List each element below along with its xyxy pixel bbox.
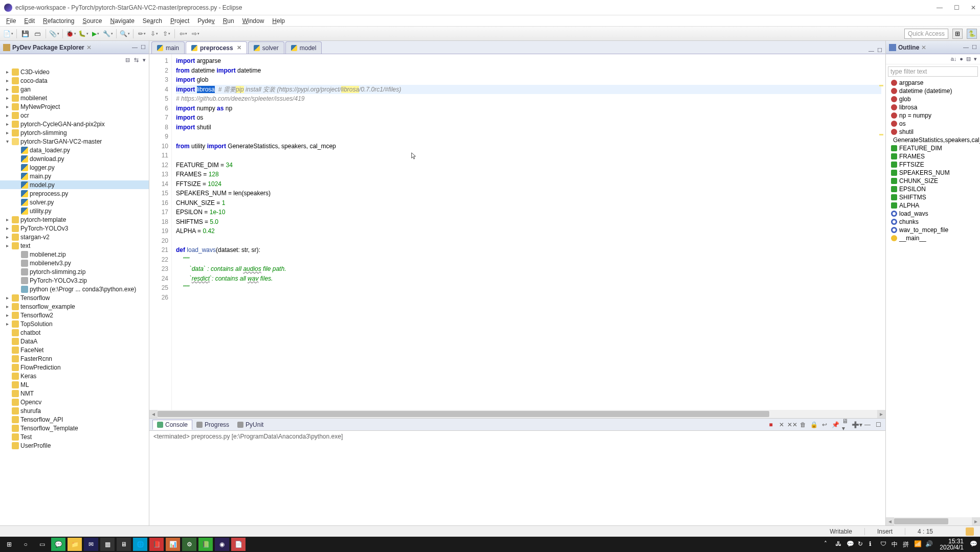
outline-item[interactable]: __main__: [886, 234, 980, 242]
tree-item[interactable]: data_loader.py: [0, 146, 149, 154]
outline-item[interactable]: FRAMES: [886, 152, 980, 160]
remove-launch-icon[interactable]: ✕: [777, 421, 786, 429]
outline-item[interactable]: FFTSIZE: [886, 160, 980, 169]
tree-twisty-icon[interactable]: ▾: [4, 139, 10, 144]
close-button[interactable]: ✕: [971, 4, 976, 11]
tree-twisty-icon[interactable]: ▸: [4, 304, 10, 309]
tree-item[interactable]: ▸PyTorch-YOLOv3: [0, 224, 149, 233]
menu-pydev[interactable]: Pydev: [193, 16, 218, 26]
scroll-right-icon[interactable]: ▸: [972, 517, 980, 525]
start-button[interactable]: ⊞: [2, 538, 16, 551]
tray-volume-icon[interactable]: 🔊: [925, 540, 933, 548]
link-editor-icon[interactable]: ⇆: [134, 57, 139, 63]
tree-twisty-icon[interactable]: ▸: [4, 312, 10, 318]
tree-twisty-icon[interactable]: ▸: [4, 217, 10, 222]
outline-item[interactable]: os: [886, 120, 980, 128]
code-line[interactable]: import shutil: [176, 123, 881, 132]
tree-item[interactable]: solver.py: [0, 198, 149, 206]
console-output[interactable]: <terminated> preprocess.py [e:\ProgramDa…: [149, 431, 885, 525]
tree-item[interactable]: ▸TopSolution: [0, 319, 149, 328]
scroll-right-icon[interactable]: ▸: [877, 410, 885, 418]
new-button[interactable]: 📄: [3, 29, 13, 39]
open-console-icon[interactable]: ➕▾: [853, 421, 861, 429]
editor-tab[interactable]: preprocess✕: [186, 41, 247, 54]
tree-twisty-icon[interactable]: ▸: [4, 234, 10, 240]
tree-twisty-icon[interactable]: ▸: [4, 86, 10, 92]
view-menu-icon[interactable]: ▾: [143, 57, 146, 63]
outline-item[interactable]: librosa: [886, 103, 980, 111]
remove-all-icon[interactable]: ✕✕: [788, 421, 796, 429]
back-button[interactable]: ⇦: [178, 29, 188, 39]
console-tab[interactable]: PyUnit: [233, 420, 268, 430]
maximize-view-icon[interactable]: ☐: [141, 44, 146, 51]
taskbar-app[interactable]: ⚙: [182, 538, 196, 551]
collapse-all-icon[interactable]: ⊟: [125, 57, 130, 63]
tree-twisty-icon[interactable]: ▸: [4, 121, 10, 127]
menu-window[interactable]: Window: [238, 16, 269, 26]
taskview-icon[interactable]: ▭: [35, 538, 49, 551]
scroll-left-icon[interactable]: ◂: [886, 517, 894, 525]
tray-sync-icon[interactable]: ↻: [858, 540, 866, 548]
tree-item[interactable]: mobilenet.zip: [0, 250, 149, 259]
tree-item[interactable]: python (e:\Progr ... conda3\python.exe): [0, 285, 149, 293]
tree-item[interactable]: ▸Tensorflow2: [0, 311, 149, 319]
outline-item[interactable]: chunks: [886, 218, 980, 226]
open-perspective-button[interactable]: ⊞: [952, 29, 963, 39]
outline-list[interactable]: argparsedatetime (datetime)globlibrosanp…: [886, 79, 980, 517]
tree-item[interactable]: logger.py: [0, 163, 149, 172]
prev-annotation-button[interactable]: ⇧: [161, 29, 171, 39]
editor-minimize-icon[interactable]: —: [868, 48, 874, 54]
menu-project[interactable]: Project: [166, 16, 193, 26]
tree-item[interactable]: ▸ocr: [0, 111, 149, 120]
tree-item[interactable]: download.py: [0, 154, 149, 163]
terminate-icon[interactable]: ■: [767, 421, 775, 429]
package-tree[interactable]: ▸C3D-video▸coco-data▸gan▸mobilenet▸MyNew…: [0, 65, 149, 525]
tree-item[interactable]: Tensorflow_API: [0, 415, 149, 424]
code-line[interactable]: FRAMES = 128: [176, 170, 881, 179]
tree-item[interactable]: Test: [0, 432, 149, 441]
quick-access-input[interactable]: Quick Access: [904, 29, 948, 39]
taskbar-app[interactable]: ✉: [84, 538, 98, 551]
outline-min-icon[interactable]: —: [963, 44, 969, 51]
taskbar-app[interactable]: ▦: [100, 538, 115, 551]
code-line[interactable]: `resdict`: contains all wav files.: [176, 274, 881, 284]
pydev-perspective-button[interactable]: 🐍: [967, 29, 977, 39]
tree-item[interactable]: ▸pytorch-CycleGAN-and-pix2pix: [0, 120, 149, 128]
taskbar-app[interactable]: 📄: [231, 538, 246, 551]
tree-twisty-icon[interactable]: ▸: [4, 112, 10, 118]
tree-twisty-icon[interactable]: ▸: [4, 104, 10, 109]
console-min-icon[interactable]: —: [863, 421, 872, 429]
debug-button[interactable]: 🐛: [78, 29, 88, 39]
tree-item[interactable]: ▸stargan-v2: [0, 233, 149, 241]
code-line[interactable]: ALPHA = 0.42: [176, 226, 881, 236]
tray-up-icon[interactable]: ˄: [824, 540, 832, 548]
code-line[interactable]: [176, 132, 881, 142]
code-line[interactable]: """: [176, 283, 881, 293]
outline-item[interactable]: shutil: [886, 128, 980, 136]
outline-hscroll[interactable]: ◂ ▸: [886, 517, 980, 525]
close-tab-icon[interactable]: ✕: [237, 44, 241, 51]
tree-item[interactable]: chatbot: [0, 328, 149, 337]
menu-search[interactable]: Search: [139, 16, 166, 26]
tree-item[interactable]: Tensorflow_Template: [0, 424, 149, 432]
code-line[interactable]: def load_wavs(dataset: str, sr):: [176, 245, 881, 255]
taskbar-app[interactable]: 📁: [68, 538, 82, 551]
tree-item[interactable]: main.py: [0, 172, 149, 180]
clear-console-icon[interactable]: 🗑: [799, 421, 807, 429]
outline-menu-icon[interactable]: ▾: [974, 56, 977, 62]
outline-item[interactable]: FEATURE_DIM: [886, 144, 980, 152]
tree-twisty-icon[interactable]: ▸: [4, 243, 10, 248]
taskbar-app[interactable]: 📗: [198, 538, 213, 551]
editor-tab[interactable]: solver: [248, 41, 284, 54]
outline-item[interactable]: load_wavs: [886, 210, 980, 218]
tree-twisty-icon[interactable]: ▸: [4, 295, 10, 301]
collapse-out-icon[interactable]: ⊟: [966, 56, 971, 62]
code-line[interactable]: from utility import GenerateStatistics, …: [176, 142, 881, 151]
taskbar-clock[interactable]: 15:312020/4/1: [937, 538, 967, 550]
tray-shield-icon[interactable]: 🛡: [880, 540, 888, 548]
outline-item[interactable]: EPSILON: [886, 185, 980, 193]
tray-chat-icon[interactable]: 💬: [847, 540, 855, 548]
tree-twisty-icon[interactable]: ▸: [4, 130, 10, 135]
code-line[interactable]: import glob: [176, 75, 881, 85]
tree-twisty-icon[interactable]: ▸: [4, 78, 10, 83]
